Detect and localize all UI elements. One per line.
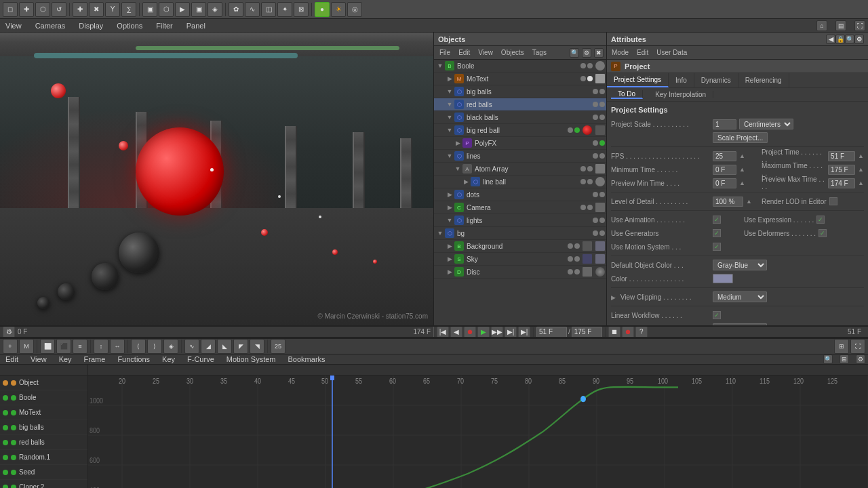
- tl-btn-5[interactable]: ↔: [110, 339, 125, 354]
- viewport-home-btn[interactable]: ⌂: [816, 20, 827, 31]
- tl-menu-bookmarks[interactable]: Bookmarks: [285, 355, 328, 363]
- attr-subtab-info[interactable]: Info: [669, 73, 694, 87]
- pb-stop-btn[interactable]: ⏹: [608, 326, 620, 338]
- obj-expand-red-balls[interactable]: ▼: [446, 101, 453, 108]
- lod-up-arrow[interactable]: ▲: [746, 198, 752, 205]
- tl-fullscreen-btn[interactable]: ⛶: [850, 339, 865, 354]
- obj-row-disc[interactable]: ▶ D Disc: [434, 266, 606, 279]
- obj-row-atom-array[interactable]: ▼ A Atom Array: [434, 163, 606, 176]
- obj-expand-line-ball[interactable]: ▶: [462, 178, 469, 185]
- attr-subtab-keyinterp[interactable]: Key Interpolation: [648, 91, 713, 98]
- use-deformers-checkbox[interactable]: ✓: [818, 229, 827, 237]
- use-generators-checkbox[interactable]: ✓: [713, 229, 721, 237]
- attr-config-btn[interactable]: ⚙: [854, 35, 864, 44]
- obj-expand-background[interactable]: ▶: [446, 243, 453, 249]
- view-clipping-select[interactable]: Medium: [713, 291, 767, 302]
- attr-subtab-project-settings[interactable]: Project Settings: [607, 73, 669, 87]
- attr-lock-btn[interactable]: 🔒: [835, 35, 845, 44]
- obj-row-big-red-ball[interactable]: ▼ ⬡ big red ball: [434, 124, 606, 137]
- menu-options[interactable]: Options: [114, 22, 145, 30]
- obj-row-black-balls[interactable]: ▼ ⬡ black balls: [434, 111, 606, 124]
- obj-expand-black-balls[interactable]: ▼: [446, 114, 453, 121]
- viewport-fullscreen-btn[interactable]: ⛶: [854, 20, 865, 31]
- toolbar-btn-grid[interactable]: ⊠: [294, 2, 309, 17]
- tl-config-icon[interactable]: ⚙: [856, 354, 865, 364]
- max-time-up-arrow[interactable]: ▲: [858, 166, 864, 173]
- tl-btn-6[interactable]: ⟨: [131, 339, 146, 354]
- tl-expand-btn[interactable]: ⊞: [834, 339, 849, 354]
- obj-expand-bg[interactable]: ▼: [437, 230, 443, 237]
- obj-expand-lights[interactable]: ▼: [446, 217, 453, 224]
- obj-row-lights[interactable]: ▼ ⬡ lights: [434, 214, 606, 227]
- obj-expand-atom-array[interactable]: ▼: [454, 165, 461, 172]
- use-motion-checkbox[interactable]: ✓: [713, 243, 721, 251]
- toolbar-btn-sphere[interactable]: ●: [315, 2, 330, 17]
- toolbar-btn-rotate[interactable]: ↺: [52, 2, 66, 17]
- menu-panel[interactable]: Panel: [184, 22, 208, 30]
- toolbar-btn-hex[interactable]: ⬡: [159, 2, 174, 17]
- toolbar-btn-split[interactable]: ◫: [261, 2, 276, 17]
- obj-row-big-balls[interactable]: ▼ ⬡ big balls: [434, 85, 606, 98]
- obj-expand-sky[interactable]: ▶: [446, 256, 453, 262]
- obj-row-background[interactable]: ▶ B Background: [434, 240, 606, 253]
- project-time-input[interactable]: [828, 151, 855, 161]
- toolbar-btn-scale[interactable]: ⬡: [35, 2, 50, 17]
- obj-expand-disc[interactable]: ▶: [446, 268, 453, 275]
- tl-btn-10[interactable]: ◢: [201, 339, 216, 354]
- lod-input[interactable]: [713, 197, 743, 207]
- render-lod-checkbox[interactable]: [829, 197, 837, 205]
- viewport[interactable]: © Marcin Czerwinski - station75.com: [0, 33, 434, 325]
- attr-tab-edit[interactable]: Edit: [635, 49, 650, 56]
- obj-menu-view[interactable]: View: [475, 49, 496, 56]
- pb-max-frame-input[interactable]: [572, 327, 602, 338]
- obj-row-dots[interactable]: ▶ ⬡ dots: [434, 188, 606, 201]
- tl-btn-12[interactable]: ◤: [233, 339, 248, 354]
- obj-row-polyfx[interactable]: ▶ P PolyFX: [434, 137, 606, 150]
- project-time-up-arrow[interactable]: ▲: [858, 152, 864, 159]
- tl-menu-view[interactable]: View: [28, 355, 50, 363]
- obj-close-btn[interactable]: ✖: [594, 48, 604, 58]
- pb-play-all-btn[interactable]: ▶▶: [491, 326, 503, 338]
- attr-subtab-referencing[interactable]: Referencing: [738, 73, 789, 87]
- tl-expand-icon[interactable]: ⊞: [840, 354, 849, 364]
- fps-input[interactable]: [713, 151, 736, 161]
- obj-row-line-ball[interactable]: ▶ ⬡ line ball: [434, 176, 606, 188]
- project-scale-input[interactable]: [713, 119, 736, 129]
- pb-play-btn[interactable]: ▶: [477, 326, 490, 338]
- attr-back-btn[interactable]: ◀: [826, 35, 835, 44]
- pb-help-btn[interactable]: ?: [635, 326, 648, 338]
- obj-expand-boole[interactable]: ▼: [437, 62, 443, 69]
- attr-subtab-dynamics[interactable]: Dynamics: [694, 73, 738, 87]
- obj-menu-tags[interactable]: Tags: [530, 49, 549, 56]
- toolbar-btn-cam[interactable]: ◎: [347, 2, 362, 17]
- obj-expand-polyfx[interactable]: ▶: [454, 140, 461, 146]
- project-scale-unit-select[interactable]: Centimeters: [739, 119, 793, 129]
- obj-row-camera[interactable]: ▶ C Camera: [434, 201, 606, 214]
- tl-btn-7[interactable]: ⟩: [147, 339, 162, 354]
- tl-menu-edit[interactable]: Edit: [3, 355, 21, 363]
- tl-add-key-btn[interactable]: +: [3, 339, 18, 354]
- menu-display[interactable]: Display: [76, 22, 106, 30]
- toolbar-btn-star[interactable]: ✦: [277, 2, 292, 17]
- obj-row-boole[interactable]: ▼ B Boole: [434, 60, 606, 73]
- pb-record2-btn[interactable]: ⏺: [622, 326, 634, 338]
- min-time-input[interactable]: [713, 165, 736, 175]
- tl-menu-motionsys[interactable]: Motion System: [224, 355, 279, 363]
- tl-btn-1[interactable]: ⬜: [40, 339, 55, 354]
- pb-prev-btn[interactable]: ◀: [450, 326, 462, 338]
- min-time-up-arrow[interactable]: ▲: [739, 166, 745, 173]
- toolbar-btn-add[interactable]: ✚: [73, 2, 87, 17]
- color-swatch[interactable]: [713, 274, 733, 283]
- preview-min-input[interactable]: [713, 178, 736, 188]
- obj-expand-lines[interactable]: ▼: [446, 152, 453, 159]
- toolbar-btn-y[interactable]: Υ: [105, 2, 120, 17]
- preview-min-up-arrow[interactable]: ▲: [739, 180, 745, 186]
- obj-row-sky[interactable]: ▶ S Sky: [434, 253, 606, 266]
- obj-expand-motext[interactable]: ▶: [446, 75, 453, 82]
- obj-menu-file[interactable]: File: [437, 49, 453, 56]
- obj-menu-edit[interactable]: Edit: [456, 49, 473, 56]
- attr-subtab-todo[interactable]: To Do: [611, 90, 643, 99]
- main-ruler[interactable]: [27, 327, 413, 337]
- toolbar-btn-box2[interactable]: ▣: [191, 2, 206, 17]
- obj-expand-big-red-ball[interactable]: ▼: [446, 127, 453, 134]
